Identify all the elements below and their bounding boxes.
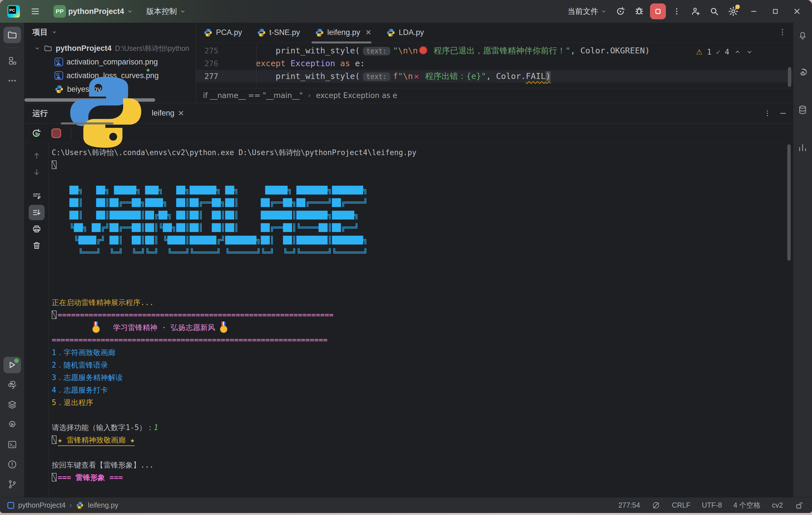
text-segment: print_with_style( xyxy=(236,71,360,81)
console-line: 正在启动雷锋精神展示程序... xyxy=(52,296,793,309)
next-problem-icon[interactable] xyxy=(746,48,753,56)
chevron-down-icon[interactable] xyxy=(51,29,57,35)
close-run-tab-icon[interactable]: ✕ xyxy=(178,109,184,118)
editor-scrollbar[interactable] xyxy=(788,67,791,87)
run-tab-leifeng[interactable]: leifeng ✕ xyxy=(57,103,190,124)
console-line: ██║ ██║███████║██╔██╗ ██║██║ ██║██║ ████… xyxy=(52,209,793,221)
breadcrumb-separator: › xyxy=(69,501,72,509)
database-button[interactable] xyxy=(794,102,811,118)
console-line: C:\Users\韩诗怡\.conda\envs\cv2\python.exe … xyxy=(52,146,793,159)
caret-position-code: ) xyxy=(546,71,551,81)
arrow-up-icon xyxy=(32,151,41,160)
problems-button[interactable] xyxy=(3,456,21,473)
breadcrumb-item[interactable]: if __name__ == "__main__" xyxy=(203,91,303,100)
scroll-to-end-button[interactable] xyxy=(29,205,45,220)
stop-button[interactable] xyxy=(650,3,666,19)
unlock-icon[interactable] xyxy=(794,501,804,510)
project-toolwindow-button[interactable] xyxy=(3,27,21,43)
code-line[interactable]: 277 print_with_style(text:f"\n✕ 程序出错：{e}… xyxy=(196,70,793,83)
kebab-icon xyxy=(778,28,787,36)
python-packages-button[interactable] xyxy=(3,417,21,433)
interpreter[interactable]: cv2 xyxy=(772,501,783,509)
left-toolwindow-rail xyxy=(0,23,24,497)
text-segment: 按回车键查看【雷锋形象】... xyxy=(52,461,154,469)
caret-position[interactable]: 277:54 xyxy=(618,501,640,509)
endpoints-chart-button[interactable] xyxy=(794,139,811,156)
version-control-button[interactable] xyxy=(3,476,21,492)
maximize-button[interactable] xyxy=(766,3,785,19)
inspections-widget[interactable]: ⚠ 1 ✓ 4 xyxy=(696,48,753,56)
project-selector[interactable]: PP pythonProject4 xyxy=(51,3,136,19)
structure-toolwindow-button[interactable] xyxy=(3,53,21,69)
warning-icon: ⚠ xyxy=(696,48,702,56)
trash-icon xyxy=(32,241,41,250)
ai-assistant-button[interactable] xyxy=(794,64,811,81)
rerun-button[interactable] xyxy=(29,126,44,141)
run-toolwindow-button[interactable] xyxy=(3,357,21,373)
text-segment: ╚═══╝ ╚═╝ ╚═╝╚═╝ ╚═══╝╚═════╝ ╚══════╝╚═… xyxy=(52,248,368,257)
tree-root-row[interactable]: pythonProject4 D:\Users\韩诗怡\python xyxy=(24,41,196,55)
console-line: 学习雷锋精神 · 弘扬志愿新风 xyxy=(52,321,793,334)
encoding[interactable]: UTF-8 xyxy=(702,501,722,509)
tab-pca[interactable]: PCA.py xyxy=(196,23,250,42)
more-dots-icon xyxy=(7,76,17,86)
minimize-button[interactable] xyxy=(744,3,763,19)
close-tab-icon[interactable]: ✕ xyxy=(365,28,372,37)
console-line xyxy=(52,446,793,459)
unknown-glyph xyxy=(52,310,57,319)
close-button[interactable] xyxy=(788,3,806,19)
more-actions-button[interactable] xyxy=(669,3,685,19)
tab-lda[interactable]: LDA.py xyxy=(379,23,431,42)
run-tab-label: leifeng xyxy=(152,109,175,118)
debug-button[interactable] xyxy=(631,3,647,19)
soft-wrap-button[interactable] xyxy=(29,188,45,204)
run-toolwindow: 运行 leifeng ✕ xyxy=(24,103,793,497)
console-line xyxy=(52,159,793,171)
services-button[interactable] xyxy=(3,397,21,413)
run-configuration-selector[interactable]: 当前文件 xyxy=(565,3,610,19)
code-with-me-button[interactable] xyxy=(688,3,703,19)
line-ending[interactable]: CRLF xyxy=(672,501,690,509)
tab-leifeng-active[interactable]: leifeng.py ✕ xyxy=(308,23,379,42)
add-user-icon xyxy=(690,6,701,17)
prev-occurrence-button[interactable] xyxy=(29,148,45,163)
chevron-expanded-icon[interactable] xyxy=(34,45,40,52)
python-console-button[interactable] xyxy=(3,377,21,393)
console-line: 5．退出程序 xyxy=(52,396,793,409)
code-text: except Exception as e: xyxy=(218,57,365,70)
vcs-menu[interactable]: 版本控制 xyxy=(144,3,189,19)
rerun-button[interactable] xyxy=(612,3,629,19)
console-output[interactable]: C:\Users\韩诗怡\.conda\envs\cv2\python.exe … xyxy=(49,143,793,497)
console-scrollbar[interactable] xyxy=(787,144,791,261)
tab-label: t-SNE.py xyxy=(269,28,300,37)
console-line xyxy=(52,284,793,296)
kebab-icon[interactable] xyxy=(763,109,771,117)
highlighting-off-icon[interactable] xyxy=(651,501,661,510)
indent-setting[interactable]: 4 个空格 xyxy=(733,501,760,510)
search-everywhere-button[interactable] xyxy=(706,3,722,19)
notifications-button[interactable] xyxy=(794,27,811,43)
code-editor[interactable]: 275 print_with_style(text:"\n\n 程序已退出，愿雷… xyxy=(196,42,793,88)
next-occurrence-button[interactable] xyxy=(29,164,45,180)
more-toolwindows-button[interactable] xyxy=(3,72,21,89)
hide-panel-icon[interactable] xyxy=(779,109,787,118)
clear-console-button[interactable] xyxy=(29,238,45,253)
unknown-glyph xyxy=(52,473,57,482)
prev-problem-icon[interactable] xyxy=(734,48,741,56)
settings-button[interactable] xyxy=(725,3,742,19)
code-line[interactable]: 276 except Exception as e: xyxy=(196,57,793,70)
maximize-icon xyxy=(771,7,779,16)
terminal-button[interactable] xyxy=(3,436,21,453)
status-project[interactable]: pythonProject4 xyxy=(18,501,66,509)
search-icon xyxy=(709,6,719,17)
main-menu-button[interactable] xyxy=(27,3,43,19)
warning-underlined-code: FAIL xyxy=(526,71,546,81)
tab-options-button[interactable] xyxy=(778,28,787,36)
breadcrumb-item[interactable]: except Exception as e xyxy=(316,91,397,100)
print-button[interactable] xyxy=(29,221,45,237)
stop-button[interactable] xyxy=(49,126,64,141)
tab-tsne[interactable]: t-SNE.py xyxy=(250,23,308,42)
console-line: ========================================… xyxy=(52,309,793,321)
tree-file-row[interactable]: activation_comparison.png xyxy=(24,55,196,69)
status-file[interactable]: leifeng.py xyxy=(88,501,118,509)
